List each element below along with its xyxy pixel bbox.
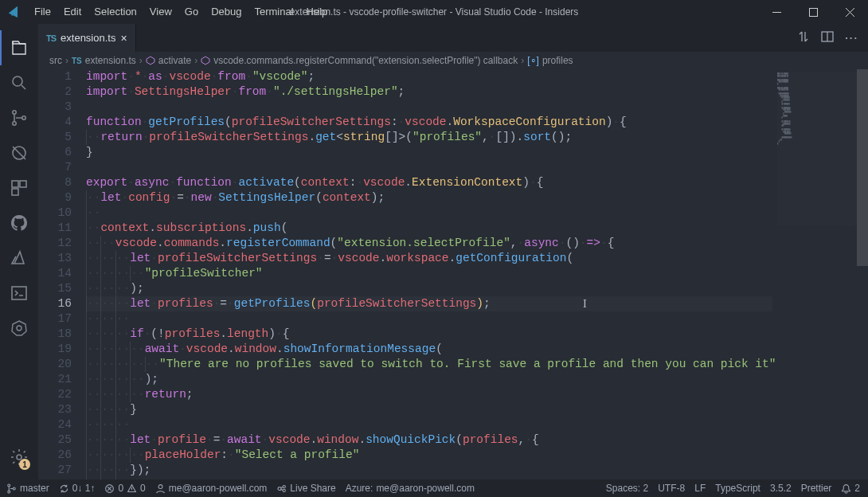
chevron-right-icon: ›	[139, 55, 143, 66]
typescript-version-status[interactable]: 3.5.2	[770, 483, 792, 494]
breadcrumb-symbol[interactable]: profiles	[542, 55, 573, 66]
line-number: 3	[38, 100, 72, 115]
settings-gear-icon[interactable]: 1	[0, 440, 38, 475]
breadcrumb-file[interactable]: extension.ts	[85, 55, 136, 66]
svg-point-14	[8, 483, 10, 486]
breadcrumb-symbol[interactable]: activate	[158, 55, 191, 66]
indentation-status[interactable]: Spaces: 2	[606, 483, 648, 494]
problems-status[interactable]: 0 0	[104, 483, 145, 494]
code-line[interactable]: function·getProfiles(profileSwitcherSett…	[86, 115, 772, 130]
code-line[interactable]: ········await·vscode.window.showInformat…	[86, 342, 772, 357]
azure-account-status[interactable]: Azure: me@aaron-powell.com	[346, 483, 475, 494]
code-line[interactable]: ······let·profiles·=·getProfiles(profile…	[86, 296, 772, 311]
tab-filename: extension.ts	[61, 32, 115, 44]
method-icon	[146, 56, 155, 65]
line-number: 26	[38, 448, 72, 463]
close-button[interactable]	[831, 0, 868, 24]
code-line[interactable]: ······	[86, 417, 772, 432]
account-status[interactable]: me@aaron-powell.com	[155, 483, 268, 494]
code-line[interactable]: export·async·function·activate(context:·…	[86, 175, 772, 190]
debug-icon[interactable]	[0, 135, 38, 170]
code-line[interactable]: ··	[86, 205, 772, 221]
chevron-right-icon: ›	[65, 55, 68, 66]
code-line[interactable]: ······);	[86, 281, 772, 296]
git-branch-status[interactable]: master	[6, 483, 49, 494]
breadcrumb-symbol[interactable]: vscode.commands.registerCommand("extensi…	[213, 55, 518, 66]
code-line[interactable]: ······});	[86, 463, 772, 478]
editor-tab-bar: TS extension.ts × ···	[38, 24, 868, 52]
code-line[interactable]: ··········"There are no profiles saved t…	[86, 357, 772, 372]
code-line[interactable]: ··context.subscriptions.push(	[86, 221, 772, 236]
svg-point-3	[13, 122, 16, 125]
search-icon[interactable]	[0, 65, 38, 100]
svg-point-21	[283, 489, 285, 491]
vertical-scrollbar[interactable]	[857, 69, 868, 479]
window-title: extension.ts - vscode-profile-switcher -…	[290, 6, 579, 18]
notifications-status[interactable]: 2	[841, 483, 860, 494]
code-line[interactable]: ··let·config·=·new·SettingsHelper(contex…	[86, 190, 772, 205]
language-mode-status[interactable]: TypeScript	[715, 483, 760, 494]
more-actions-icon[interactable]: ···	[845, 32, 858, 44]
editor-tab[interactable]: TS extension.ts ×	[38, 24, 136, 52]
svg-point-1	[13, 76, 22, 86]
line-number: 12	[38, 236, 72, 251]
code-line[interactable]: }	[86, 145, 772, 160]
live-share-status[interactable]: Live Share	[276, 483, 335, 494]
code-line[interactable]	[86, 160, 772, 175]
svg-point-4	[22, 116, 25, 119]
code-line[interactable]: ····vscode.commands.registerCommand("ext…	[86, 236, 772, 251]
code-line[interactable]: ········);	[86, 372, 772, 387]
menu-debug[interactable]: Debug	[205, 0, 248, 24]
code-line[interactable]: ······let·profileSwitcherSettings·=·vsco…	[86, 251, 772, 266]
chevron-right-icon: ›	[194, 55, 197, 66]
source-control-icon[interactable]	[0, 100, 38, 135]
code-line[interactable]: import·SettingsHelper·from·"./settingsHe…	[86, 84, 772, 100]
prettier-status[interactable]: Prettier	[801, 483, 832, 494]
breadcrumb-folder[interactable]: src	[49, 55, 62, 66]
menu-file[interactable]: File	[28, 0, 57, 24]
menu-edit[interactable]: Edit	[57, 0, 88, 24]
extensions-icon[interactable]	[0, 170, 38, 205]
azure-icon[interactable]	[0, 241, 38, 276]
maximize-button[interactable]	[795, 0, 831, 24]
code-editor[interactable]: 1234567891011121314151617181920212223242…	[38, 69, 868, 479]
code-line[interactable]: ··return·profileSwitcherSettings.get<str…	[86, 130, 772, 145]
activity-bar: 1	[0, 24, 38, 479]
line-number-gutter: 1234567891011121314151617181920212223242…	[38, 69, 86, 479]
minimap[interactable]: ███ █ ██ █████████ ████████ ██████ █████…	[777, 72, 857, 476]
method-icon	[201, 56, 210, 65]
code-line[interactable]: ······let·profile·=·await·vscode.window.…	[86, 432, 772, 448]
git-sync-status[interactable]: 0↓ 1↑	[59, 483, 96, 494]
split-editor-icon[interactable]	[821, 30, 834, 45]
code-line[interactable]: ······	[86, 311, 772, 327]
kubernetes-icon[interactable]	[0, 311, 38, 346]
line-number: 1	[38, 69, 72, 84]
minimize-button[interactable]	[758, 0, 795, 24]
encoding-status[interactable]: UTF-8	[658, 483, 685, 494]
code-area[interactable]: import·*·as·vscode·from·"vscode";import·…	[86, 69, 772, 479]
github-icon[interactable]	[0, 205, 38, 241]
svg-point-19	[278, 487, 281, 490]
line-number: 7	[38, 160, 72, 175]
code-line[interactable]: ······}	[86, 402, 772, 417]
menu-view[interactable]: View	[143, 0, 178, 24]
code-line[interactable]: ········"profileSwitcher"	[86, 266, 772, 281]
code-line[interactable]: ········return;	[86, 387, 772, 402]
vscode-logo-icon	[0, 6, 28, 18]
tab-close-icon[interactable]: ×	[120, 32, 127, 45]
code-line[interactable]: import·*·as·vscode·from·"vscode";	[86, 69, 772, 84]
menu-go[interactable]: Go	[178, 0, 205, 24]
chevron-right-icon: ›	[521, 55, 524, 66]
compare-changes-icon[interactable]	[797, 30, 810, 45]
code-line[interactable]	[86, 100, 772, 115]
explorer-icon[interactable]	[0, 30, 38, 65]
menu-selection[interactable]: Selection	[88, 0, 143, 24]
terminal-panel-icon[interactable]	[0, 276, 38, 311]
code-line[interactable]: ········placeHolder:·"Select a profile"	[86, 448, 772, 463]
text-cursor: I	[583, 296, 587, 311]
scrollbar-thumb[interactable]	[857, 69, 868, 266]
line-number: 9	[38, 190, 72, 205]
code-line[interactable]: ······if·(!profiles.length)·{	[86, 327, 772, 342]
breadcrumbs[interactable]: src › TS extension.ts › activate › vscod…	[38, 52, 868, 69]
eol-status[interactable]: LF	[694, 483, 706, 494]
